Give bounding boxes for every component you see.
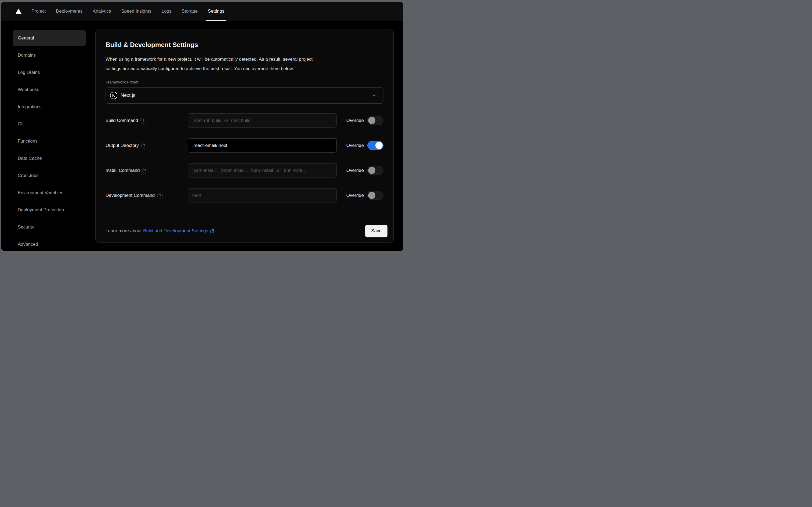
- nav-item-settings[interactable]: Settings: [208, 2, 224, 21]
- install-command-override-toggle[interactable]: [367, 166, 384, 175]
- build-command-input[interactable]: [188, 113, 337, 127]
- save-button[interactable]: Save: [365, 225, 388, 237]
- chevron-down-icon: [371, 93, 376, 98]
- settings-sidebar: General Domains Log Drains Webhooks Inte…: [1, 21, 95, 251]
- framework-preset-value: Next.js: [121, 93, 135, 98]
- nextjs-logo-icon: [110, 92, 118, 99]
- description-line: settings are automatically configured to…: [106, 64, 384, 73]
- description-line: When using a framework for a new project…: [106, 55, 384, 64]
- footer-text: Learn more about: [106, 228, 141, 234]
- help-icon[interactable]: ?: [157, 192, 163, 199]
- nav-item-project[interactable]: Project: [32, 2, 46, 21]
- development-command-override-toggle[interactable]: [367, 191, 384, 200]
- help-icon[interactable]: ?: [142, 168, 148, 173]
- help-icon[interactable]: ?: [140, 118, 147, 123]
- page-title: Build & Development Settings: [106, 41, 384, 49]
- framework-preset-label: Framework Preset: [106, 80, 384, 84]
- output-directory-label: Output Directory: [106, 143, 139, 148]
- sidebar-item-webhooks[interactable]: Webhooks: [13, 81, 85, 98]
- build-settings-card: Build & Development Settings When using …: [95, 29, 394, 243]
- build-settings-docs-link[interactable]: Build and Development Settings: [143, 228, 214, 234]
- toggle-knob: [368, 117, 375, 124]
- override-label: Override: [346, 143, 364, 148]
- build-command-label: Build Command: [106, 118, 138, 123]
- output-directory-input[interactable]: [188, 138, 337, 153]
- external-link-icon: [210, 229, 214, 233]
- nav-item-deployments[interactable]: Deployments: [56, 2, 82, 21]
- toggle-knob: [375, 142, 383, 149]
- development-command-row: Development Command ? Override: [106, 188, 384, 203]
- override-label: Override: [346, 193, 364, 198]
- sidebar-item-git[interactable]: Git: [13, 116, 85, 132]
- sidebar-item-deployment-protection[interactable]: Deployment Protection: [13, 202, 85, 218]
- nav-item-speed-insights[interactable]: Speed Insights: [121, 2, 151, 21]
- install-command-row: Install Command ? Override: [106, 163, 384, 177]
- framework-preset-select[interactable]: Next.js: [106, 87, 384, 104]
- nav-item-analytics[interactable]: Analytics: [93, 2, 111, 21]
- toggle-knob: [368, 167, 375, 174]
- sidebar-item-integrations[interactable]: Integrations: [13, 99, 85, 115]
- card-description: When using a framework for a new project…: [106, 55, 384, 73]
- help-icon[interactable]: ?: [141, 143, 147, 149]
- content-area: General Domains Log Drains Webhooks Inte…: [1, 21, 403, 251]
- link-text: Build and Development Settings: [143, 228, 208, 234]
- development-command-input[interactable]: [188, 188, 337, 203]
- sidebar-item-environment-variables[interactable]: Environment Variables: [13, 185, 85, 201]
- nav-item-storage[interactable]: Storage: [182, 2, 198, 21]
- toggle-knob: [368, 192, 375, 199]
- sidebar-item-general[interactable]: General: [13, 30, 85, 46]
- build-command-row: Build Command ? Override: [106, 113, 384, 127]
- sidebar-item-domains[interactable]: Domains: [13, 47, 85, 63]
- sidebar-item-log-drains[interactable]: Log Drains: [13, 64, 85, 80]
- install-command-label: Install Command: [106, 168, 140, 173]
- vercel-logo-icon[interactable]: [15, 9, 22, 14]
- sidebar-item-cron-jobs[interactable]: Cron Jobs: [13, 168, 85, 184]
- sidebar-item-data-cache[interactable]: Data Cache: [13, 150, 85, 167]
- sidebar-item-functions[interactable]: Functions: [13, 133, 85, 149]
- main-panel: Build & Development Settings When using …: [95, 21, 403, 251]
- app-window: Project Deployments Analytics Speed Insi…: [1, 2, 403, 251]
- override-label: Override: [346, 118, 364, 123]
- sidebar-item-security[interactable]: Security: [13, 219, 85, 235]
- nav-item-logs[interactable]: Logs: [162, 2, 172, 21]
- sidebar-item-advanced[interactable]: Advanced: [13, 236, 85, 251]
- install-command-input[interactable]: [188, 163, 337, 177]
- top-navigation: Project Deployments Analytics Speed Insi…: [1, 2, 403, 21]
- settings-rows: Build Command ? Override Output D: [106, 113, 384, 203]
- output-directory-override-toggle[interactable]: [367, 141, 384, 150]
- card-footer: Learn more about Build and Development S…: [96, 219, 393, 242]
- override-label: Override: [346, 168, 364, 173]
- output-directory-row: Output Directory ? Override: [106, 138, 384, 153]
- build-command-override-toggle[interactable]: [367, 116, 384, 125]
- development-command-label: Development Command: [106, 193, 155, 198]
